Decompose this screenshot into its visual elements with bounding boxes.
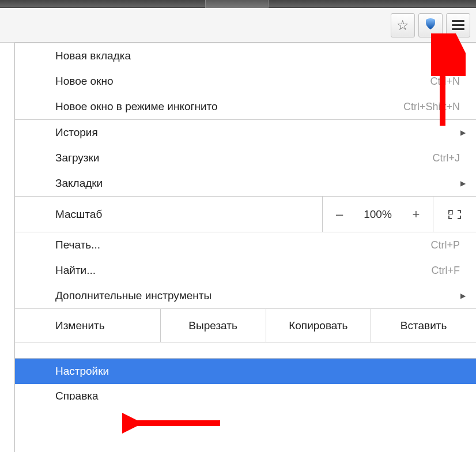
zoom-value: 100% bbox=[356, 197, 399, 232]
fullscreen-button[interactable] bbox=[433, 197, 476, 232]
chevron-right-icon: ▶ bbox=[460, 129, 466, 137]
menu-item-more-tools[interactable]: Дополнительные инструменты ▶ bbox=[15, 283, 476, 308]
menu-item-shortcut: Ctrl+Shift+N bbox=[403, 101, 460, 113]
hamburger-icon bbox=[452, 20, 464, 30]
menu-zoom-row: Масштаб – 100% + bbox=[15, 197, 476, 232]
edit-label: Изменить bbox=[15, 309, 161, 342]
menu-item-bookmarks[interactable]: Закладки ▶ bbox=[15, 171, 476, 196]
menu-item-new-window[interactable]: Новое окно Ctrl+N bbox=[15, 69, 476, 94]
main-menu-button[interactable] bbox=[446, 13, 470, 37]
menu-item-label: Печать... bbox=[55, 239, 100, 251]
menu-item-shortcut: Ctrl+F bbox=[432, 265, 460, 277]
menu-item-shortcut: Ctrl+P bbox=[430, 239, 460, 251]
menu-item-settings[interactable]: Настройки bbox=[15, 359, 476, 384]
menu-section-new: Новая вкладка Ctrl+T Новое окно Ctrl+N Н… bbox=[15, 43, 476, 120]
chevron-right-icon: ▶ bbox=[460, 179, 466, 187]
browser-toolbar: ☆ bbox=[0, 8, 476, 43]
menu-item-downloads[interactable]: Загрузки Ctrl+J bbox=[15, 145, 476, 171]
chevron-right-icon: ▶ bbox=[460, 292, 466, 300]
menu-item-label: Новая вкладка bbox=[55, 50, 131, 62]
menu-item-print[interactable]: Печать... Ctrl+P bbox=[15, 232, 476, 258]
menu-section-tools: Печать... Ctrl+P Найти... Ctrl+F Дополни… bbox=[15, 232, 476, 309]
menu-item-history[interactable]: История ▶ bbox=[15, 120, 476, 145]
menu-item-shortcut: Ctrl+T bbox=[432, 50, 460, 62]
menu-item-shortcut: Ctrl+N bbox=[430, 76, 460, 88]
menu-item-label: Дополнительные инструменты bbox=[55, 289, 211, 302]
star-icon: ☆ bbox=[396, 17, 409, 33]
cut-button[interactable]: Вырезать bbox=[161, 309, 266, 342]
menu-item-label: Настройки bbox=[55, 365, 109, 378]
menu-item-label: Новое окно в режиме инкогнито bbox=[55, 100, 218, 113]
zoom-in-button[interactable]: + bbox=[399, 197, 433, 232]
bookmark-star-button[interactable]: ☆ bbox=[391, 13, 415, 37]
menu-item-find[interactable]: Найти... Ctrl+F bbox=[15, 258, 476, 283]
copy-button[interactable]: Копировать bbox=[266, 309, 372, 342]
menu-spacer bbox=[15, 342, 476, 359]
menu-item-label: История bbox=[55, 126, 98, 139]
menu-item-shortcut: Ctrl+J bbox=[432, 152, 460, 164]
zoom-controls: – 100% + bbox=[322, 197, 433, 232]
zoom-out-button[interactable]: – bbox=[323, 197, 356, 232]
menu-item-label: Новое окно bbox=[55, 75, 114, 88]
menu-item-label: Закладки bbox=[55, 177, 103, 190]
menu-item-label: Справка bbox=[55, 390, 99, 400]
menu-item-incognito[interactable]: Новое окно в режиме инкогнито Ctrl+Shift… bbox=[15, 94, 476, 119]
menu-item-label: Загрузки bbox=[55, 152, 99, 164]
shield-icon bbox=[424, 17, 437, 33]
menu-item-label: Найти... bbox=[55, 264, 96, 277]
annotation-arrow-settings bbox=[122, 412, 226, 435]
paste-button[interactable]: Вставить bbox=[371, 309, 476, 342]
extension-button[interactable] bbox=[418, 13, 443, 37]
tab-artifact bbox=[205, 0, 269, 8]
fullscreen-icon bbox=[448, 210, 461, 219]
main-menu-dropdown: Новая вкладка Ctrl+T Новое окно Ctrl+N Н… bbox=[15, 43, 476, 400]
menu-item-help[interactable]: Справка bbox=[15, 384, 476, 400]
left-panel-edge bbox=[0, 43, 15, 452]
menu-section-history: История ▶ Загрузки Ctrl+J Закладки ▶ bbox=[15, 120, 476, 197]
menu-item-new-tab[interactable]: Новая вкладка Ctrl+T bbox=[15, 43, 476, 69]
menu-edit-row: Изменить Вырезать Копировать Вставить bbox=[15, 309, 476, 342]
zoom-label: Масштаб bbox=[15, 197, 322, 232]
